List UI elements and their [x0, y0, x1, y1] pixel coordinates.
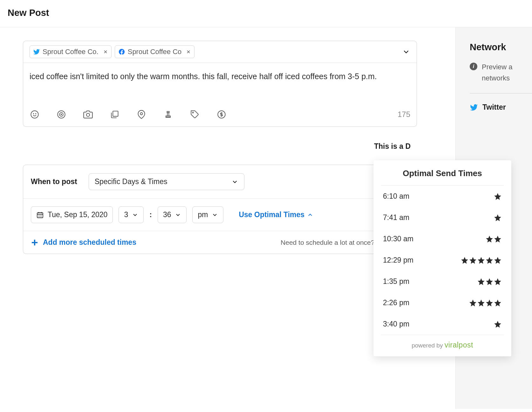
- chevron-up-icon: [307, 212, 313, 218]
- stamp-icon[interactable]: [163, 109, 173, 120]
- minute-select[interactable]: 36: [158, 206, 187, 223]
- plus-icon: [31, 239, 38, 246]
- svg-rect-7: [113, 111, 118, 116]
- optimal-time-label: 2:26 pm: [383, 299, 409, 307]
- ampm-select[interactable]: pm: [192, 206, 223, 223]
- add-scheduled-times-link[interactable]: Add more scheduled times: [43, 238, 136, 247]
- remove-profile-icon[interactable]: [101, 49, 108, 54]
- bulk-note-text: Need to schedule a lot at once?: [281, 239, 376, 246]
- sidebar-divider: [470, 93, 532, 93]
- optimal-time-stars: [494, 214, 502, 222]
- profile-selector-row: Sprout Coffee Co. Sprout Coffee Co: [23, 41, 417, 63]
- facebook-icon: [118, 48, 125, 55]
- twitter-icon: [470, 103, 478, 112]
- optimal-link-label: Use Optimal Times: [239, 210, 304, 219]
- svg-point-0: [31, 111, 38, 118]
- svg-point-9: [193, 112, 194, 113]
- optimal-time-row[interactable]: 7:41 am: [373, 207, 511, 228]
- chevron-down-icon: [175, 212, 181, 218]
- info-icon: i: [470, 63, 477, 70]
- hour-select[interactable]: 3: [119, 206, 144, 223]
- use-optimal-times-link[interactable]: Use Optimal Times: [239, 210, 313, 219]
- optimal-time-stars: [477, 278, 502, 286]
- dollar-icon[interactable]: [216, 109, 227, 120]
- powered-prefix: powered by: [412, 342, 445, 349]
- time-colon: :: [149, 210, 152, 219]
- schedule-card: When to post Specific Days & Times Tue, …: [23, 165, 417, 254]
- optimal-times-popup: Optimal Send Times 6:10 am7:41 am10:30 a…: [373, 160, 511, 356]
- optimal-time-label: 6:10 am: [383, 192, 409, 201]
- optimal-time-stars: [469, 299, 502, 307]
- profile-chip-facebook[interactable]: Sprout Coffee Co: [115, 45, 195, 58]
- sidebar-info-line2: networks: [482, 74, 510, 82]
- chevron-down-icon: [231, 178, 238, 185]
- chevron-down-icon: [132, 212, 138, 218]
- svg-point-8: [140, 113, 143, 115]
- when-to-post-label: When to post: [31, 177, 77, 186]
- minute-value: 36: [163, 210, 171, 219]
- schedule-mode-select[interactable]: Specific Days & Times: [89, 173, 244, 190]
- optimal-time-stars: [485, 235, 502, 243]
- optimal-time-row[interactable]: 10:30 am: [373, 228, 511, 250]
- svg-point-5: [61, 114, 62, 115]
- sidebar-info: i Preview a networks: [470, 61, 532, 84]
- svg-point-1: [33, 113, 34, 114]
- optimal-time-label: 1:35 pm: [383, 277, 409, 286]
- svg-point-2: [36, 113, 36, 114]
- remove-profile-icon[interactable]: [184, 49, 191, 54]
- optimal-time-stars: [494, 320, 502, 328]
- camera-icon[interactable]: [83, 109, 93, 120]
- profile-chip-label: Sprout Coffee Co.: [43, 48, 99, 56]
- target-icon[interactable]: [56, 109, 66, 120]
- optimal-time-row[interactable]: 3:40 pm: [373, 313, 511, 335]
- svg-point-6: [86, 113, 90, 116]
- date-picker[interactable]: Tue, Sep 15, 2020: [31, 206, 113, 223]
- viralpost-brand: viralpost: [445, 341, 473, 349]
- powered-by-label: powered by viralpost: [373, 335, 511, 349]
- date-value: Tue, Sep 15, 2020: [48, 210, 107, 219]
- location-icon[interactable]: [136, 109, 147, 120]
- draft-note-text: This is a D: [23, 127, 417, 151]
- sidebar-title: Network: [470, 42, 532, 52]
- svg-rect-13: [32, 242, 38, 243]
- tag-icon[interactable]: [190, 109, 200, 120]
- svg-rect-11: [37, 213, 43, 218]
- profile-chip-label: Sprout Coffee Co: [128, 48, 182, 56]
- optimal-time-row[interactable]: 12:29 pm: [373, 250, 511, 271]
- hour-value: 3: [124, 210, 128, 219]
- sidebar-tab-twitter[interactable]: Twitter: [470, 103, 532, 112]
- sidebar-info-line1: Preview a: [482, 63, 513, 71]
- post-content-textarea[interactable]: iced coffee isn't limited to only the wa…: [30, 71, 410, 102]
- optimal-time-row[interactable]: 2:26 pm: [373, 292, 511, 313]
- schedule-mode-value: Specific Days & Times: [95, 177, 167, 186]
- page-header: New Post: [0, 0, 532, 27]
- optimal-time-row[interactable]: 1:35 pm: [373, 271, 511, 292]
- composer-toolbar: 175: [23, 102, 417, 127]
- emoji-icon[interactable]: [30, 109, 40, 120]
- optimal-time-stars: [494, 192, 502, 201]
- ampm-value: pm: [198, 210, 208, 219]
- twitter-icon: [33, 48, 40, 55]
- chevron-down-icon: [212, 212, 218, 218]
- calendar-icon: [36, 211, 44, 219]
- popup-title: Optimal Send Times: [373, 168, 511, 185]
- profile-chip-twitter[interactable]: Sprout Coffee Co.: [30, 45, 112, 58]
- optimal-time-label: 7:41 am: [383, 213, 409, 222]
- optimal-time-row[interactable]: 6:10 am: [373, 186, 511, 207]
- page-title: New Post: [8, 8, 524, 18]
- expand-profiles-icon[interactable]: [402, 48, 410, 56]
- optimal-time-label: 10:30 am: [383, 235, 413, 243]
- optimal-time-label: 12:29 pm: [383, 256, 413, 264]
- optimal-time-stars: [460, 256, 502, 264]
- optimal-time-label: 3:40 pm: [383, 320, 409, 328]
- sidebar-tab-label: Twitter: [482, 103, 506, 112]
- character-count: 175: [398, 110, 410, 119]
- composer-card: Sprout Coffee Co. Sprout Coffee Co: [23, 41, 417, 127]
- library-icon[interactable]: [110, 109, 120, 120]
